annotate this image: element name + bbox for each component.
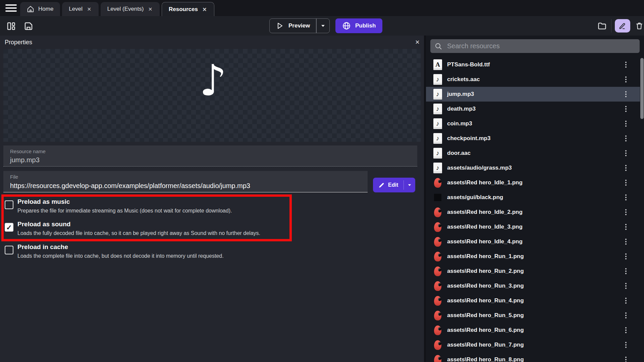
row-menu-kebab-icon[interactable] [624,236,628,247]
resource-name: assets\Red hero_Idle_4.png [447,238,523,245]
pencil-icon [378,182,385,188]
close-tab-icon[interactable]: × [87,6,92,12]
resource-row[interactable]: assets\Red hero_Idle_1.png [426,175,640,190]
image-file-icon [433,207,442,218]
edit-file-button[interactable]: Edit [373,178,415,192]
resource-name-value[interactable]: jump.mp3 [10,156,411,164]
close-tab-icon[interactable]: × [148,6,153,12]
resource-preview-area: ♪ [3,49,421,142]
red-hero-sprite [434,207,441,217]
tab-home[interactable]: Home [20,2,60,16]
row-menu-kebab-icon[interactable] [624,222,628,232]
resource-row[interactable]: assets\Red hero_Run_2.png [426,264,640,279]
row-menu-kebab-icon[interactable] [624,74,628,85]
preview-button[interactable]: Preview [269,18,330,33]
red-hero-sprite [434,237,441,247]
menu-hamburger-icon[interactable] [5,4,17,12]
sprite-eye [438,298,441,301]
edit-dropdown-button[interactable] [404,183,415,187]
row-menu-kebab-icon[interactable] [624,192,628,203]
option-title: Preload as music [17,198,340,205]
row-menu-kebab-icon[interactable] [624,89,628,100]
audio-file-icon: ♪ [433,74,442,85]
image-file-icon [433,295,442,306]
resource-row[interactable]: assets\Red hero_Run_3.png [426,279,640,293]
resource-name: checkpoint.mp3 [447,135,490,142]
row-menu-kebab-icon[interactable] [624,104,628,114]
resource-list: A PTSans-Bold.ttf ♪ crickets.aac ♪ jump.… [426,57,640,362]
resource-row[interactable]: assets\Red hero_Run_5.png [426,308,640,323]
image-file-icon [433,310,442,321]
delete-button[interactable] [634,20,644,32]
resource-row[interactable]: ♪ jump.mp3 [426,87,640,102]
image-file-icon [433,251,442,262]
resource-row[interactable]: ♪ coin.mp3 [426,116,640,131]
resource-name: assets\Red hero_Idle_2.png [447,209,523,216]
properties-panel: Properties × ♪ Resource name jump.mp3 Fi… [0,36,424,362]
row-menu-kebab-icon[interactable] [624,148,628,159]
sprite-eye [438,342,441,345]
resource-row[interactable]: assets\Red hero_Idle_3.png [426,220,640,234]
tab-label: Resources [169,6,198,13]
row-menu-kebab-icon[interactable] [624,295,628,306]
resource-row[interactable]: assets\Red hero_Run_4.png [426,293,640,308]
row-menu-kebab-icon[interactable] [624,354,628,362]
resource-row[interactable]: A PTSans-Bold.ttf [426,57,640,72]
resource-row[interactable]: assets\Red hero_Run_8.png [426,352,640,362]
tab-strip: Home Level × Level (Events) × Resources … [20,0,214,16]
tab-level[interactable]: Level × [62,2,98,16]
publish-button[interactable]: Publish [335,18,382,33]
row-menu-kebab-icon[interactable] [624,207,628,218]
preload-in-cache-checkbox[interactable]: ✓ [5,246,13,254]
search-input[interactable] [446,42,636,50]
preload-as-music-checkbox[interactable]: ✓ [5,200,13,209]
resource-row[interactable]: assets/gui/black.png [426,190,640,205]
preview-button-main[interactable]: Preview [270,22,316,30]
resource-row[interactable]: assets\Red hero_Idle_2.png [426,205,640,220]
row-menu-kebab-icon[interactable] [624,133,628,144]
resource-row[interactable]: ♪ crickets.aac [426,72,640,87]
close-properties-icon[interactable]: × [413,38,422,47]
resource-name-field[interactable]: Resource name jump.mp3 [3,145,417,167]
row-menu-kebab-icon[interactable] [624,163,628,173]
scrollbar-thumb[interactable] [640,58,644,119]
row-menu-kebab-icon[interactable] [624,251,628,262]
resource-row[interactable]: assets\Red hero_Run_6.png [426,323,640,338]
preview-dropdown-button[interactable] [317,23,329,28]
resource-row[interactable]: assets\Red hero_Idle_4.png [426,234,640,249]
resource-row[interactable]: ♪ assets/audio/grass.mp3 [426,161,640,175]
row-menu-kebab-icon[interactable] [624,340,628,350]
tab-level-events[interactable]: Level (Events) × [101,2,160,16]
resource-row[interactable]: ♪ death.mp3 [426,102,640,116]
row-menu-kebab-icon[interactable] [624,59,628,70]
row-menu-kebab-icon[interactable] [624,281,628,291]
layout-panels-button[interactable] [5,20,17,32]
row-menu-kebab-icon[interactable] [624,325,628,336]
preload-as-sound-checkbox[interactable]: ✓ [5,223,13,232]
row-menu-kebab-icon[interactable] [624,266,628,277]
row-menu-kebab-icon[interactable] [624,118,628,129]
tab-label: Home [38,6,53,12]
resource-row[interactable]: ♪ checkpoint.mp3 [426,131,640,146]
resource-row[interactable]: assets\Red hero_Run_1.png [426,249,640,264]
resource-name: PTSans-Bold.ttf [447,61,490,68]
open-folder-button[interactable] [596,20,608,32]
close-tab-icon[interactable]: × [202,6,207,13]
edit-mode-button[interactable] [615,19,630,33]
edit-file-button-main[interactable]: Edit [373,182,404,188]
pencil-icon [619,22,627,30]
resource-row[interactable]: assets\Red hero_Run_7.png [426,338,640,352]
file-field[interactable]: File https://resources.gdevelop-app.com/… [3,171,368,192]
image-file-icon [433,266,442,277]
tab-resources[interactable]: Resources × [162,2,214,16]
save-button[interactable] [23,20,34,32]
red-hero-sprite [434,355,441,362]
resource-name: assets\Red hero_Run_2.png [447,268,524,275]
row-menu-kebab-icon[interactable] [624,310,628,321]
file-value[interactable]: https://resources.gdevelop-app.com/examp… [10,182,361,190]
resource-row[interactable]: ♪ door.aac [426,146,640,161]
red-hero-sprite [434,296,441,306]
row-menu-kebab-icon[interactable] [624,177,628,188]
resource-name: assets\Red hero_Run_5.png [447,312,524,319]
search-bar[interactable] [430,39,640,53]
